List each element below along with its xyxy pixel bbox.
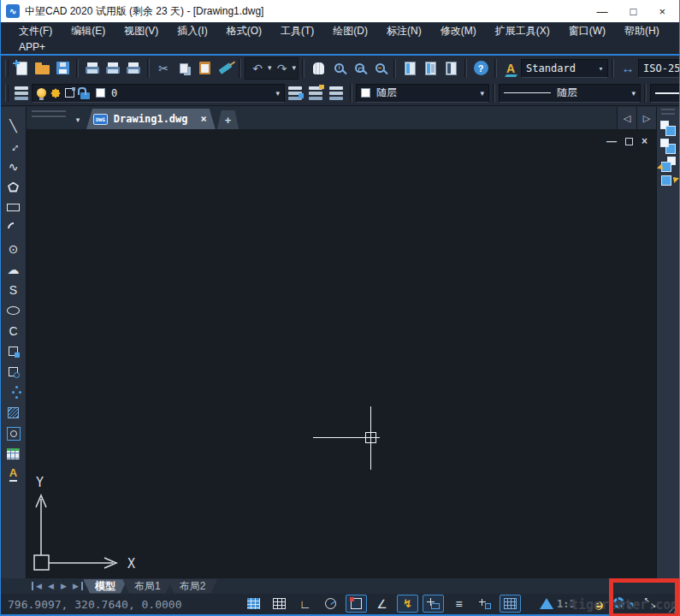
layer-select[interactable]: 0 ▾: [32, 84, 285, 103]
zoom-realtime-button[interactable]: [328, 58, 349, 79]
menu-express-tools[interactable]: 扩展工具(X): [486, 24, 559, 38]
plot-button[interactable]: [82, 58, 103, 79]
make-block-button[interactable]: [3, 362, 24, 382]
tab-layout1[interactable]: 布局1: [122, 579, 173, 594]
last-tab-button[interactable]: ▶: [70, 582, 83, 590]
menu-draw[interactable]: 绘图(D): [323, 24, 377, 38]
layer-states-button[interactable]: [305, 83, 326, 104]
menu-format[interactable]: 格式(O): [217, 24, 271, 38]
layer-manager-button[interactable]: [11, 83, 32, 104]
selection-cycling-toggle[interactable]: [423, 595, 444, 613]
menu-edit[interactable]: 编辑(E): [62, 24, 115, 38]
ellipse-arc-button[interactable]: C: [3, 321, 24, 341]
polyline-button[interactable]: ∿: [3, 157, 24, 176]
lineweight-toggle[interactable]: ≡: [448, 595, 470, 613]
tab-model[interactable]: 模型: [83, 579, 127, 594]
next-tab-button[interactable]: ▶: [57, 582, 70, 590]
viewports-toggle[interactable]: [500, 595, 521, 613]
quick-properties-toggle[interactable]: [474, 595, 495, 613]
tab-scroll-right-button[interactable]: ▷: [636, 107, 656, 129]
drawing-canvas[interactable]: — × Y X: [27, 129, 656, 578]
menu-modify[interactable]: 修改(M): [431, 24, 486, 38]
polygon-button[interactable]: [3, 177, 24, 197]
toolbar-grip[interactable]: [5, 60, 9, 77]
open-button[interactable]: [32, 58, 52, 79]
new-tab-button[interactable]: +: [217, 110, 239, 129]
dynamic-input-toggle[interactable]: ↯: [397, 595, 418, 613]
help-button[interactable]: ?: [470, 58, 491, 79]
mtext-button[interactable]: A: [3, 465, 24, 484]
dim-style-button[interactable]: ↔: [618, 58, 638, 79]
tab-layout2[interactable]: 布局2: [168, 579, 218, 594]
toolbar-grip[interactable]: [5, 85, 9, 102]
menu-app-plus[interactable]: APP+: [9, 41, 55, 53]
insert-block-button[interactable]: [3, 341, 24, 361]
ellipse-button[interactable]: [3, 300, 24, 320]
layer-lock-icon[interactable]: [80, 92, 90, 99]
mdi-close-button[interactable]: ×: [642, 136, 647, 146]
tab-list-dropdown[interactable]: ▾: [69, 112, 86, 127]
paste-button[interactable]: [194, 58, 215, 79]
construction-line-button[interactable]: ↔: [3, 136, 24, 156]
layer-previous-button[interactable]: [285, 83, 305, 104]
maximize-button[interactable]: □: [630, 6, 637, 17]
redo-button[interactable]: ↷: [272, 58, 293, 79]
zoom-previous-button[interactable]: [370, 58, 390, 79]
menu-tools[interactable]: 工具(T): [271, 24, 323, 38]
layer-on-bulb-icon[interactable]: [37, 88, 46, 98]
layer-freeze-icon[interactable]: [52, 90, 59, 97]
send-to-back-button[interactable]: [663, 141, 674, 152]
table-button[interactable]: [3, 444, 24, 464]
polar-toggle[interactable]: [320, 595, 341, 613]
circle-button[interactable]: ⊙: [3, 239, 24, 258]
menu-view[interactable]: 视图(V): [115, 24, 168, 38]
save-button[interactable]: [52, 58, 73, 79]
first-tab-button[interactable]: ◀: [32, 582, 44, 590]
ortho-toggle[interactable]: ∟: [294, 595, 316, 613]
tab-drawing1[interactable]: DWG Drawing1.dwg ×: [86, 109, 216, 129]
mdi-restore-button[interactable]: [625, 138, 633, 145]
mdi-minimize-button[interactable]: —: [606, 136, 617, 146]
zoom-window-button[interactable]: [349, 58, 370, 79]
grid-toggle[interactable]: [269, 595, 290, 613]
line-button[interactable]: ╲: [3, 116, 24, 135]
region-button[interactable]: [3, 424, 24, 443]
spline-button[interactable]: S: [3, 280, 24, 299]
dim-style-select[interactable]: ISO-25: [638, 59, 679, 78]
plot-preview-button[interactable]: [103, 58, 123, 79]
text-style-button[interactable]: A: [500, 58, 521, 79]
revision-cloud-button[interactable]: ☁: [3, 259, 24, 279]
cut-button[interactable]: ✂: [153, 58, 174, 79]
linetype-select[interactable]: 随层 ▾: [499, 84, 641, 103]
rectangle-button[interactable]: [3, 198, 24, 217]
layer-isolate-button[interactable]: [326, 83, 346, 104]
osnap-toggle[interactable]: [346, 595, 367, 613]
properties-palette-button[interactable]: [399, 58, 420, 79]
otrack-toggle[interactable]: ∠: [371, 595, 393, 613]
menu-help[interactable]: 帮助(H): [615, 24, 669, 38]
bring-to-front-button[interactable]: [663, 123, 674, 134]
text-style-select[interactable]: Standard ▾: [521, 59, 608, 78]
close-button[interactable]: ×: [659, 6, 665, 17]
menu-insert[interactable]: 插入(I): [168, 24, 216, 38]
color-select[interactable]: 随层 ▾: [356, 84, 489, 103]
bring-above-objects-button[interactable]: [663, 159, 674, 170]
menu-dimension[interactable]: 标注(N): [377, 24, 431, 38]
point-button[interactable]: [3, 382, 24, 402]
menu-file[interactable]: 文件(F): [9, 24, 62, 38]
prev-tab-button[interactable]: ◀: [44, 582, 57, 590]
design-center-button[interactable]: [420, 58, 441, 79]
tool-palette-button[interactable]: [441, 58, 461, 79]
new-file-button[interactable]: [11, 58, 32, 79]
match-properties-button[interactable]: [215, 58, 235, 79]
minimize-button[interactable]: —: [597, 6, 608, 17]
send-under-objects-button[interactable]: [663, 177, 674, 188]
tabbar-grip[interactable]: [32, 110, 66, 117]
tab-scroll-left-button[interactable]: ◁: [617, 107, 636, 129]
arc-button[interactable]: [3, 218, 24, 238]
lineweight-select[interactable]: [650, 84, 679, 103]
undo-button[interactable]: ↶: [247, 58, 268, 79]
layer-vp-freeze-icon[interactable]: [65, 88, 74, 98]
pan-button[interactable]: [308, 58, 328, 79]
redo-dropdown-caret[interactable]: ▾: [293, 64, 297, 72]
